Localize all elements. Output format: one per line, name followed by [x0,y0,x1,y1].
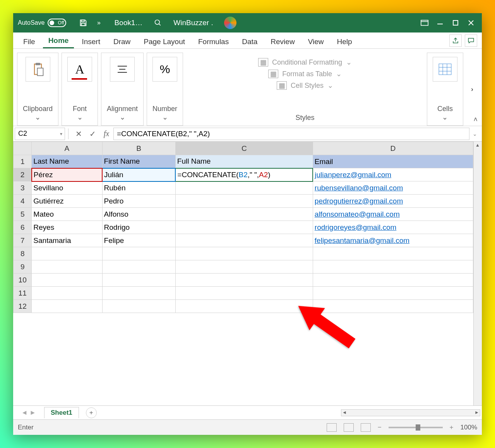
font-label: Font [73,105,87,113]
group-cells: Cells⌄ [427,53,463,126]
format-as-table-icon: ▦ [268,70,278,78]
ribbon: Clipboard⌄ A Font⌄ Alignment⌄ % Number⌄ … [13,49,482,126]
chevron-down-icon[interactable]: ⌄ [77,113,83,121]
cancel-icon[interactable]: ✕ [72,129,86,139]
excel-window: AutoSave Off » Book1… WinBuzzer . File H… [13,13,482,435]
ribbon-display-icon[interactable] [417,15,432,31]
alignment-label: Alignment [107,105,138,113]
col-header-c[interactable]: C [175,142,313,155]
alignment-icon[interactable] [110,57,135,82]
add-sheet-icon[interactable]: + [86,407,97,418]
collapse-ribbon-icon[interactable]: ʌ [474,115,477,123]
sheet-tab-sheet1[interactable]: Sheet1 [44,407,79,418]
chevron-down-icon: ⌄ [327,81,333,90]
number-icon[interactable]: % [152,57,177,82]
name-box[interactable]: C2 [15,128,65,140]
svg-rect-7 [453,21,458,25]
fx-icon[interactable]: fx [99,129,113,138]
table-row: 6 Reyes Rodrigo rodrigoreyes@gmail.com [14,221,473,234]
cell[interactable]: Full Name [175,155,313,168]
zoom-slider[interactable] [389,427,443,428]
cell-a2[interactable]: Pérez [32,168,102,181]
tab-page-layout[interactable]: Page Layout [138,35,190,48]
tab-home[interactable]: Home [43,34,74,48]
close-button[interactable] [463,15,479,31]
tab-insert[interactable]: Insert [76,35,106,48]
group-font: A Font⌄ [62,53,98,126]
expand-formula-icon[interactable]: ⌄ [469,131,480,137]
cells-label: Cells [437,105,453,113]
sheet-nav[interactable]: ◄ ► [13,409,44,417]
formula-input[interactable]: =CONCATENATE(B2," ",A2) [113,128,469,140]
clipboard-label: Clipboard [23,105,53,113]
paste-icon[interactable] [26,57,50,82]
tab-review[interactable]: Review [265,35,300,48]
horizontal-scrollbar[interactable] [97,409,482,416]
chevron-down-icon[interactable]: ⌄ [442,113,448,121]
avatar[interactable] [224,17,236,29]
col-header-a[interactable]: A [32,142,102,155]
search-icon[interactable] [150,15,166,31]
autosave-control[interactable]: AutoSave Off [18,19,66,27]
group-clipboard: Clipboard⌄ [17,53,58,126]
editing-cell-c2[interactable]: =CONCATENATE(B2," ",A2) [175,168,313,181]
zoom-level[interactable]: 100% [461,424,477,431]
user-name: WinBuzzer . [173,19,213,27]
title-bar: AutoSave Off » Book1… WinBuzzer . [13,13,482,32]
col-header-d[interactable]: D [313,142,473,155]
tab-formulas[interactable]: Formulas [193,35,234,48]
tab-data[interactable]: Data [236,35,263,48]
col-header-b[interactable]: B [102,142,175,155]
share-icon[interactable] [449,34,462,47]
cell-styles-button[interactable]: ▦Cell Styles ⌄ [277,80,333,91]
ribbon-tabs: File Home Insert Draw Page Layout Formul… [13,32,482,49]
row-header[interactable]: 2 [14,168,32,181]
qat-more[interactable]: » [91,15,106,31]
cell[interactable]: Last Name [32,155,102,168]
cell-b2[interactable]: Julián [102,168,175,181]
autosave-toggle[interactable]: Off [48,19,66,27]
table-row: 2 Pérez Julián =CONCATENATE(B2," ",A2) j… [14,168,473,181]
enter-icon[interactable]: ✓ [86,129,99,139]
chevron-down-icon[interactable]: ⌄ [35,113,41,121]
cells-icon[interactable] [433,57,457,82]
group-number: % Number⌄ [147,53,183,126]
chevron-down-icon: ⌄ [346,58,352,67]
select-all-corner[interactable] [14,142,32,155]
cell[interactable]: julianperez@gmail.com [313,168,473,181]
svg-point-2 [155,20,160,25]
styles-label: Styles [296,114,315,122]
save-icon[interactable] [75,15,91,31]
format-as-table-button[interactable]: ▦Format as Table ⌄ [268,68,342,80]
status-bar: Enter − + 100% [13,419,482,435]
svg-rect-12 [37,68,43,76]
table-row: 1 Last Name First Name Full Name Email [14,155,473,168]
tab-view[interactable]: View [303,35,329,48]
formula-bar: C2 ✕ ✓ fx =CONCATENATE(B2," ",A2) ⌄ [13,126,482,142]
ribbon-overflow[interactable]: › [466,53,478,126]
worksheet-grid[interactable]: A B C D 1 Last Name First Name Full Name… [13,142,473,313]
vertical-scrollbar[interactable] [473,142,482,405]
group-styles: ▦Conditional Formatting ⌄ ▦Format as Tab… [186,53,424,126]
tab-draw[interactable]: Draw [108,35,136,48]
cell[interactable]: First Name [102,155,175,168]
conditional-formatting-button[interactable]: ▦Conditional Formatting ⌄ [258,56,352,68]
group-alignment: Alignment⌄ [101,53,144,126]
tab-help[interactable]: Help [331,35,357,48]
comments-icon[interactable] [465,34,477,47]
row-header[interactable]: 1 [14,155,32,168]
page-break-view-icon[interactable] [361,423,371,432]
font-icon[interactable]: A [67,57,92,82]
chevron-down-icon[interactable]: ⌄ [162,113,168,121]
cell-styles-icon: ▦ [277,81,287,90]
tab-file[interactable]: File [18,35,41,48]
chevron-down-icon[interactable]: ⌄ [120,113,125,121]
maximize-button[interactable] [448,15,463,31]
chevron-down-icon: ⌄ [336,70,342,78]
page-layout-view-icon[interactable] [344,423,354,432]
sheet-tab-bar: ◄ ► Sheet1 + [13,405,482,419]
minimize-button[interactable] [432,15,448,31]
cell[interactable]: Email [313,155,473,168]
normal-view-icon[interactable] [327,423,337,432]
svg-rect-16 [439,64,451,75]
